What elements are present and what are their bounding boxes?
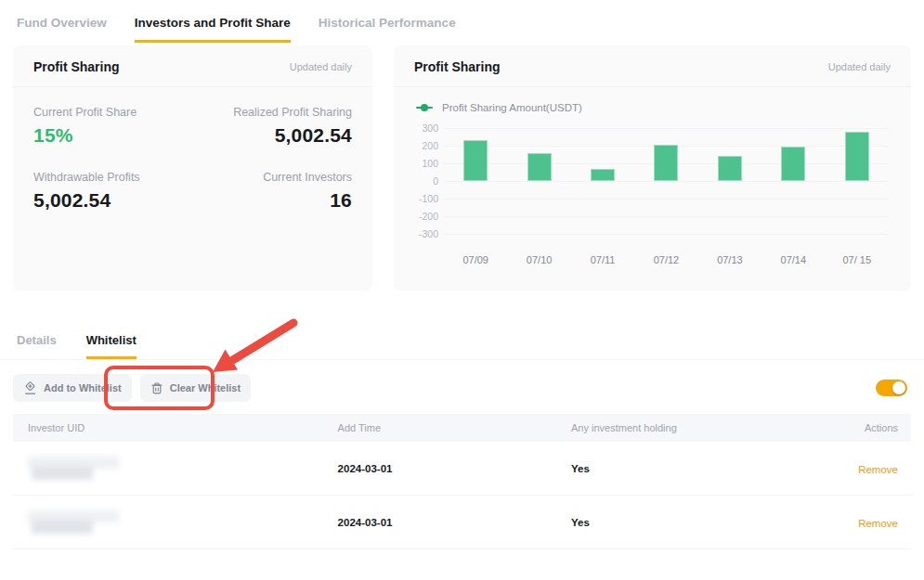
x-axis-tick-label: 07/11 [571, 254, 634, 265]
bar [463, 140, 488, 181]
stat-label: Current Profit Share [33, 106, 193, 119]
y-axis-tick-label: 100 [422, 158, 438, 169]
bar-column [826, 128, 889, 234]
updated-daily-label: Updated daily [828, 61, 891, 72]
tab-fund-overview[interactable]: Fund Overview [17, 16, 107, 43]
x-axis-tick-label: 07/09 [444, 254, 507, 265]
tab-investors-profit-share[interactable]: Investors and Profit Share [135, 16, 291, 43]
bar [654, 145, 678, 181]
bar [591, 169, 615, 181]
redacted-uid [28, 456, 123, 482]
tab-details[interactable]: Details [17, 333, 57, 359]
stat-current-investors: Current Investors 16 [193, 171, 353, 212]
column-header-actions: Actions [803, 422, 911, 433]
chart-y-axis: 3002001000-100-200-300 [416, 128, 444, 234]
card-header: Profit Sharing Updated daily [13, 45, 372, 87]
remove-link[interactable]: Remove [858, 464, 898, 475]
remove-link[interactable]: Remove [858, 518, 898, 529]
stat-value: 16 [193, 189, 353, 212]
table-row: 2024-03-01YesRemove [13, 496, 911, 549]
table-row: 2024-03-01YesRemove [13, 442, 911, 496]
bar [527, 153, 552, 181]
bar [718, 156, 742, 181]
chart-body: Profit Sharing Amount(USDT) 3002001000-1… [394, 87, 911, 265]
stat-value: 5,002.54 [33, 189, 193, 212]
y-axis-tick-label: 300 [422, 122, 438, 134]
column-header-add-time: Add Time [323, 422, 556, 433]
legend-line-dot-icon [416, 107, 433, 109]
bar [781, 147, 805, 181]
x-axis-tick-label: 07/12 [634, 254, 697, 265]
card-title: Profit Sharing [33, 59, 120, 74]
card-header: Profit Sharing Updated daily [394, 45, 911, 87]
clear-whitelist-button[interactable]: Clear Whitelist [140, 374, 251, 402]
legend-label: Profit Sharing Amount(USDT) [442, 102, 582, 113]
page: Fund Overview Investors and Profit Share… [0, 0, 924, 580]
y-axis-tick-label: 200 [422, 140, 438, 151]
investor-uid-cell [13, 509, 323, 535]
chart-plot [444, 128, 889, 234]
y-axis-tick-label: 0 [433, 175, 438, 187]
redacted-uid [28, 509, 123, 535]
add-diamond-icon [23, 381, 37, 395]
add-to-whitelist-button[interactable]: Add to Whitelist [13, 374, 132, 402]
column-header-investor-uid: Investor UID [13, 422, 323, 433]
holding-cell: Yes [556, 463, 803, 474]
bar [845, 132, 869, 181]
sub-tab-bar: Details Whitelist [0, 291, 924, 360]
tab-whitelist[interactable]: Whitelist [86, 333, 137, 359]
investor-uid-cell [13, 456, 323, 482]
stat-withdrawable-profits: Withdrawable Profits 5,002.54 [33, 171, 193, 212]
stat-label: Realized Profit Sharing [193, 106, 353, 119]
bar-column [634, 128, 697, 234]
x-axis-tick-label: 07/13 [698, 254, 761, 265]
bar-column [761, 128, 825, 234]
add-to-whitelist-label: Add to Whitelist [44, 382, 122, 393]
y-axis-tick-label: -100 [419, 193, 438, 204]
profit-sharing-summary-card: Profit Sharing Updated daily Current Pro… [13, 45, 372, 291]
profit-sharing-chart-card: Profit Sharing Updated daily Profit Shar… [394, 45, 911, 291]
stat-realized-profit-sharing: Realized Profit Sharing 5,002.54 [193, 106, 353, 147]
bar-column [698, 128, 761, 234]
clear-whitelist-label: Clear Whitelist [170, 382, 241, 393]
column-header-any-investment-holding: Any investment holding [556, 422, 803, 433]
y-axis-tick-label: -200 [419, 211, 438, 222]
add-time-cell: 2024-03-01 [323, 517, 556, 528]
bar-column [507, 128, 570, 234]
x-axis-tick-label: 07/14 [761, 254, 825, 265]
table-body: 2024-03-01YesRemove2024-03-01YesRemove [13, 442, 911, 549]
stat-value: 15% [33, 124, 193, 147]
stat-value: 5,002.54 [193, 124, 353, 147]
bar-columns [444, 128, 889, 234]
bar-chart: 3002001000-100-200-300 [416, 128, 889, 234]
whitelist-toolbar: Add to Whitelist Clear Whitelist [13, 371, 911, 405]
updated-daily-label: Updated daily [290, 61, 352, 72]
bar-column [571, 128, 634, 234]
trash-icon [150, 381, 163, 395]
add-time-cell: 2024-03-01 [323, 463, 556, 474]
cards-row: Profit Sharing Updated daily Current Pro… [0, 43, 924, 291]
tab-historical-performance[interactable]: Historical Performance [319, 16, 456, 43]
top-tab-bar: Fund Overview Investors and Profit Share… [0, 0, 924, 43]
actions-cell: Remove [803, 514, 911, 531]
table-header-row: Investor UID Add Time Any investment hol… [13, 414, 911, 442]
stats-grid: Current Profit Share 15% Realized Profit… [13, 87, 372, 230]
bar-column [444, 128, 507, 234]
chart-legend[interactable]: Profit Sharing Amount(USDT) [416, 102, 889, 113]
card-title: Profit Sharing [414, 59, 501, 74]
toggle-knob [892, 381, 905, 394]
x-axis-tick-label: 07/ 15 [826, 254, 889, 265]
chart-x-axis: 07/0907/1007/1107/1207/1307/1407/ 15 [444, 254, 889, 265]
actions-cell: Remove [803, 460, 911, 477]
x-axis-tick-label: 07/10 [507, 254, 570, 265]
y-axis-tick-label: -300 [419, 228, 438, 239]
whitelist-table: Investor UID Add Time Any investment hol… [13, 414, 911, 549]
holding-cell: Yes [556, 517, 803, 528]
stat-current-profit-share: Current Profit Share 15% [33, 106, 193, 147]
stat-label: Withdrawable Profits [33, 171, 193, 184]
gridline [444, 234, 889, 235]
whitelist-toggle[interactable] [876, 380, 907, 396]
stat-label: Current Investors [193, 171, 353, 184]
